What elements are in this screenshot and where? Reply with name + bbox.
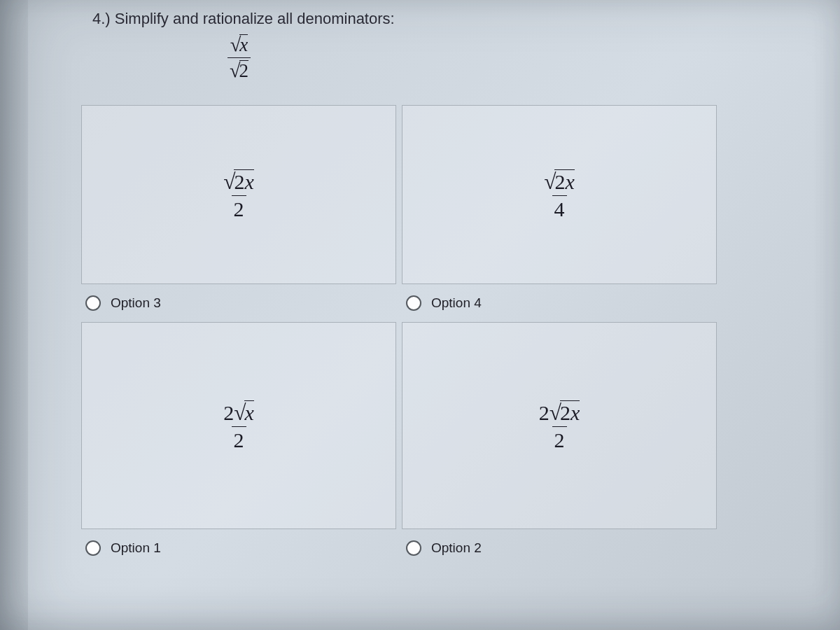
option-label: Option 4 (431, 295, 482, 311)
option-cell-3: 2x 2 Option 3 (81, 105, 396, 322)
question-prompt: 4.) Simplify and rationalize all denomin… (92, 10, 805, 28)
photo-edge (0, 0, 28, 630)
options-grid: 2x 2 Option 3 2x 4 Option 4 (81, 105, 805, 567)
option-label: Option 2 (431, 540, 482, 556)
option-row-2[interactable]: Option 2 (402, 529, 717, 567)
opt4-denom: 4 (552, 195, 567, 220)
question-expression: x 2 (227, 34, 805, 81)
opt1-rad: x (244, 400, 253, 424)
option-box-1[interactable]: 2x 2 (81, 322, 396, 529)
radio-icon[interactable] (85, 540, 101, 556)
option-box-3[interactable]: 2x 2 (81, 105, 396, 284)
radio-icon[interactable] (406, 540, 421, 556)
opt2-pre: 2 (539, 401, 550, 424)
question-page: 4.) Simplify and rationalize all denomin… (28, 0, 833, 630)
main-numerator: x (239, 34, 248, 56)
opt3-denom: 2 (232, 195, 246, 220)
option-row-3[interactable]: Option 3 (81, 284, 396, 322)
option-cell-1: 2x 2 Option 1 (81, 322, 396, 567)
option-label: Option 3 (111, 295, 161, 311)
option-cell-2: 22x 2 Option 2 (402, 322, 717, 567)
option-box-4[interactable]: 2x 4 (402, 105, 717, 284)
main-denominator: 2 (239, 60, 249, 82)
option-row-1[interactable]: Option 1 (81, 529, 396, 567)
opt2-denom: 2 (552, 426, 567, 451)
option-cell-4: 2x 4 Option 4 (402, 105, 717, 322)
option-box-2[interactable]: 22x 2 (402, 322, 717, 529)
option-row-4[interactable]: Option 4 (402, 284, 717, 322)
radio-icon[interactable] (85, 295, 101, 311)
opt1-denom: 2 (232, 426, 246, 451)
option-label: Option 1 (111, 540, 161, 556)
radio-icon[interactable] (406, 295, 421, 311)
opt1-pre: 2 (223, 401, 234, 424)
